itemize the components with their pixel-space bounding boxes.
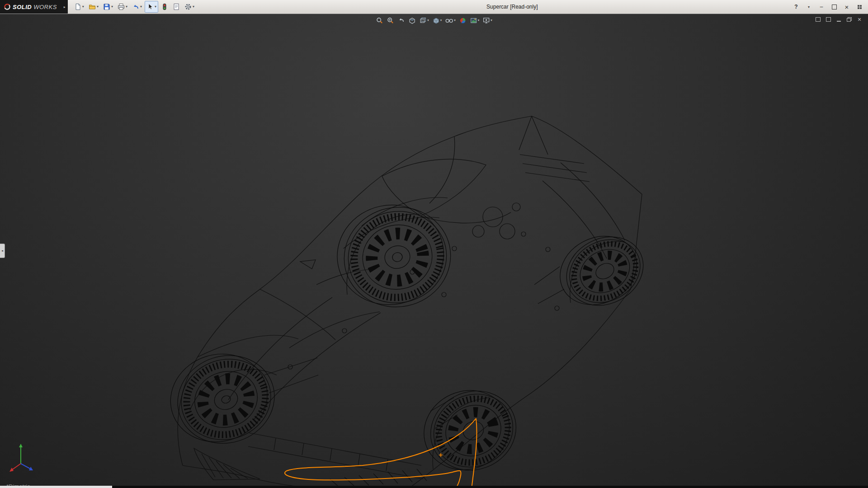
car-body (178, 116, 642, 488)
zoom-to-fit-button[interactable] (375, 16, 384, 25)
reference-triad (8, 442, 40, 474)
section-view-button[interactable] (407, 16, 417, 25)
main-toolbar: ▾ ▾ ▾ (72, 1, 196, 13)
doc-minimize-icon (837, 21, 841, 22)
view-settings-icon (482, 17, 490, 24)
taskbar-sliver (0, 486, 868, 488)
section-view-icon (408, 17, 416, 24)
hide-show-glasses-icon (445, 17, 453, 24)
undo-dropdown-caret[interactable]: ▾ (140, 5, 142, 9)
printer-icon (118, 3, 125, 10)
traffic-light-icon (161, 3, 168, 10)
open-dropdown-caret[interactable]: ▾ (97, 5, 99, 9)
undo-button[interactable]: ▾ (130, 1, 144, 13)
hide-show-caret[interactable]: ▾ (454, 19, 456, 22)
logo-text-solid: SOLID (13, 4, 32, 10)
solidworks-resources-button[interactable] (159, 1, 170, 13)
zoom-to-area-button[interactable] (386, 16, 395, 25)
car-wireframe (0, 14, 868, 488)
apply-scene-caret[interactable]: ▾ (478, 19, 480, 22)
close-button[interactable]: × (843, 2, 851, 11)
appearance-ball-icon (459, 17, 467, 24)
minimize-button[interactable]: – (817, 2, 826, 11)
select-dropdown-caret[interactable]: ▾ (155, 5, 156, 9)
wheel-rear-right (548, 221, 655, 321)
dassault-logo-icon (4, 3, 11, 10)
wheel-front-left (159, 340, 286, 458)
solidworks-window: SOLIDWORKS ▸ ▾ ▾ (0, 0, 868, 488)
wheel-rear-left (328, 194, 460, 318)
edit-appearance-button[interactable] (458, 16, 467, 25)
new-dropdown-caret[interactable]: ▾ (82, 5, 84, 9)
doc-minimize-button[interactable] (835, 16, 842, 23)
collapse-arrow-icon: ◂ (1, 249, 3, 253)
display-style-icon (432, 17, 440, 24)
expand-arrow-icon: ▸ (64, 5, 66, 9)
maximize-icon (832, 5, 837, 9)
save-button[interactable]: ▾ (101, 1, 115, 13)
open-folder-icon (89, 3, 96, 10)
window-controls: ? ▾ – × (792, 2, 868, 11)
solidworks-logo: SOLIDWORKS (0, 0, 61, 14)
new-document-icon (74, 3, 81, 10)
wheel-front-right (411, 375, 529, 486)
zoom-to-fit-icon (376, 17, 383, 24)
view-orientation-icon (419, 17, 427, 24)
undo-arrow-icon (132, 3, 139, 10)
new-button[interactable]: ▾ (72, 1, 86, 13)
window-title: Supercar [Read-only] (486, 0, 538, 14)
file-properties-button[interactable] (171, 1, 182, 13)
save-dropdown-caret[interactable]: ▾ (111, 5, 113, 9)
previous-document-icon (816, 17, 821, 22)
doc-close-button[interactable]: × (856, 16, 863, 23)
view-orientation-caret[interactable]: ▾ (427, 19, 429, 22)
help-dropdown-caret[interactable]: ▾ (805, 2, 813, 11)
previous-view-icon (397, 17, 405, 24)
view-orientation-button[interactable]: ▾ (418, 16, 430, 25)
apply-scene-icon (470, 17, 477, 24)
save-floppy-icon (103, 3, 110, 10)
options-dropdown-caret[interactable]: ▾ (193, 5, 194, 9)
previous-view-button[interactable] (396, 16, 406, 25)
open-button[interactable]: ▾ (87, 1, 100, 13)
document-window-controls: × (815, 16, 863, 23)
select-button[interactable]: ▾ (145, 1, 158, 13)
help-button[interactable]: ? (792, 2, 800, 11)
menu-expand-arrow[interactable]: ▸ (61, 0, 68, 14)
viewport[interactable]: ▾ ▾ ▾ (0, 14, 868, 488)
screen-layout-icon (858, 5, 862, 9)
selection-marker (439, 453, 443, 457)
print-button[interactable]: ▾ (116, 1, 129, 13)
print-dropdown-caret[interactable]: ▾ (126, 5, 127, 9)
view-settings-caret[interactable]: ▾ (491, 19, 492, 22)
taskbar-button[interactable] (0, 486, 112, 488)
maximize-button[interactable] (830, 2, 838, 11)
screen-layout-button[interactable] (855, 2, 863, 11)
feature-manager-collapse-tab[interactable]: ◂ (0, 244, 5, 258)
options-gear-icon (184, 3, 192, 10)
selected-edge (285, 418, 477, 488)
logo-text-works: WORKS (33, 4, 57, 10)
next-document-icon (826, 17, 831, 22)
apply-scene-button[interactable]: ▾ (469, 16, 481, 25)
file-properties-icon (173, 3, 180, 10)
zoom-to-area-icon (387, 17, 394, 24)
display-style-button[interactable]: ▾ (431, 16, 443, 25)
doc-restore-icon (847, 17, 852, 22)
previous-document-button[interactable] (815, 16, 821, 23)
select-cursor-icon (146, 3, 154, 10)
doc-restore-button[interactable] (846, 16, 852, 23)
options-button[interactable]: ▾ (183, 1, 196, 13)
view-settings-button[interactable]: ▾ (481, 16, 493, 25)
next-document-button[interactable] (825, 16, 831, 23)
titlebar: SOLIDWORKS ▸ ▾ ▾ (0, 0, 868, 14)
hide-show-items-button[interactable]: ▾ (444, 16, 457, 25)
display-style-caret[interactable]: ▾ (440, 19, 442, 22)
heads-up-toolbar: ▾ ▾ ▾ (375, 16, 493, 25)
